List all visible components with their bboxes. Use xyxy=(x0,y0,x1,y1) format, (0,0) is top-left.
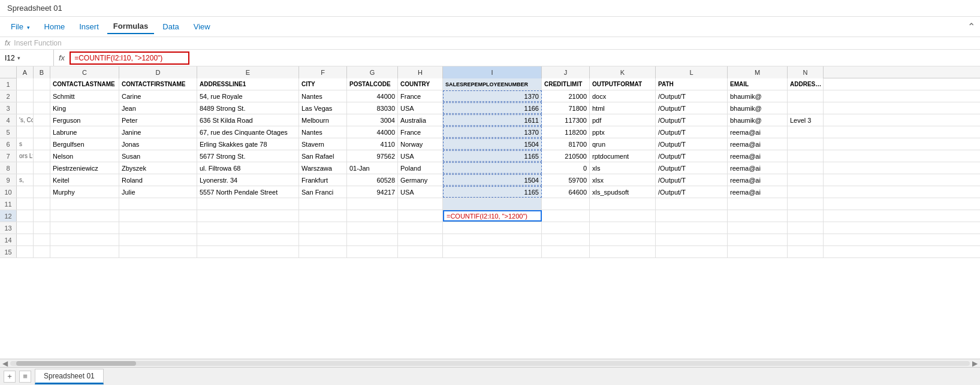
cell-j12[interactable] xyxy=(542,210,590,222)
cell-n5[interactable] xyxy=(788,126,824,138)
cell-l3[interactable]: /Output/T xyxy=(656,102,728,114)
cell-f15[interactable] xyxy=(299,246,347,257)
cell-a15[interactable] xyxy=(17,246,34,257)
cell-g14[interactable] xyxy=(347,234,398,245)
cell-m4[interactable]: bhaumik@ xyxy=(728,114,788,126)
cell-d6[interactable]: Jonas xyxy=(119,138,197,150)
cell-e6[interactable]: Erling Skakkes gate 78 xyxy=(197,138,299,150)
cell-k3[interactable]: html xyxy=(590,102,656,114)
cell-a8[interactable] xyxy=(17,162,34,174)
cell-f8[interactable]: Warszawa xyxy=(299,162,347,174)
cell-d12[interactable] xyxy=(119,210,197,222)
cell-c6[interactable]: Bergulfsen xyxy=(50,138,119,150)
col-header-a[interactable]: A xyxy=(17,66,34,78)
cell-j11[interactable] xyxy=(542,198,590,210)
cell-m6[interactable]: reema@ai xyxy=(728,138,788,150)
cell-f4[interactable]: Melbourn xyxy=(299,114,347,126)
cell-j1[interactable]: CREDITLIMIT xyxy=(542,78,590,90)
cell-h13[interactable] xyxy=(398,222,443,234)
cell-k4[interactable]: pdf xyxy=(590,114,656,126)
cell-c14[interactable] xyxy=(50,234,119,245)
cell-j7[interactable]: 210500 xyxy=(542,150,590,162)
cell-a3[interactable] xyxy=(17,102,34,114)
cell-l13[interactable] xyxy=(656,222,728,234)
cell-b7[interactable] xyxy=(34,150,50,162)
col-header-k[interactable]: K xyxy=(590,66,656,78)
cell-n13[interactable] xyxy=(788,222,824,234)
cell-a5[interactable] xyxy=(17,126,34,138)
cell-i7[interactable]: 1165 xyxy=(443,150,542,162)
cell-k7[interactable]: rptdocument xyxy=(590,150,656,162)
cell-e8[interactable]: ul. Filtrowa 68 xyxy=(197,162,299,174)
cell-c7[interactable]: Nelson xyxy=(50,150,119,162)
cell-a12[interactable] xyxy=(17,210,34,222)
cell-k1[interactable]: OUTPUTFORMAT xyxy=(590,78,656,90)
cell-b5[interactable] xyxy=(34,126,50,138)
cell-j15[interactable] xyxy=(542,246,590,257)
cell-d8[interactable]: Zbyszek xyxy=(119,162,197,174)
sheet-menu-button[interactable]: ≡ xyxy=(19,371,31,383)
cell-m11[interactable] xyxy=(728,198,788,210)
cell-e9[interactable]: Lyonerstr. 34 xyxy=(197,174,299,186)
cell-h6[interactable]: Norway xyxy=(398,138,443,150)
scroll-track[interactable] xyxy=(10,361,970,366)
cell-l6[interactable]: /Output/T xyxy=(656,138,728,150)
cell-n7[interactable] xyxy=(788,150,824,162)
cell-a4[interactable]: 's, Co. xyxy=(17,114,34,126)
cell-c1[interactable]: CONTACTLASTNAME xyxy=(50,78,119,90)
menu-view[interactable]: View xyxy=(188,20,216,34)
cell-h2[interactable]: France xyxy=(398,90,443,102)
cell-b14[interactable] xyxy=(34,234,50,245)
cell-e14[interactable] xyxy=(197,234,299,245)
cell-f12[interactable] xyxy=(299,210,347,222)
cell-m3[interactable]: bhaumik@ xyxy=(728,102,788,114)
insert-function-text[interactable]: Insert Function xyxy=(14,39,61,47)
scroll-left-icon[interactable]: ◀ xyxy=(2,359,8,368)
cell-k14[interactable] xyxy=(590,234,656,245)
cell-m5[interactable]: reema@ai xyxy=(728,126,788,138)
cell-l9[interactable]: /Output/T xyxy=(656,174,728,186)
cell-f3[interactable]: Las Vegas xyxy=(299,102,347,114)
cell-i11[interactable] xyxy=(443,198,542,210)
cell-l8[interactable]: /Output/T xyxy=(656,162,728,174)
cell-b3[interactable] xyxy=(34,102,50,114)
menu-home[interactable]: Home xyxy=(38,20,71,34)
cell-k13[interactable] xyxy=(590,222,656,234)
cell-k15[interactable] xyxy=(590,246,656,257)
cell-j10[interactable]: 64600 xyxy=(542,186,590,198)
cell-g6[interactable]: 4110 xyxy=(347,138,398,150)
cell-j9[interactable]: 59700 xyxy=(542,174,590,186)
cell-n12[interactable] xyxy=(788,210,824,222)
cell-c11[interactable] xyxy=(50,198,119,210)
cell-g4[interactable]: 3004 xyxy=(347,114,398,126)
cell-n6[interactable] xyxy=(788,138,824,150)
cell-g7[interactable]: 97562 xyxy=(347,150,398,162)
cell-g10[interactable]: 94217 xyxy=(347,186,398,198)
cell-h9[interactable]: Germany xyxy=(398,174,443,186)
cell-i15[interactable] xyxy=(443,246,542,257)
cell-b6[interactable] xyxy=(34,138,50,150)
cell-f7[interactable]: San Rafael xyxy=(299,150,347,162)
cell-b12[interactable] xyxy=(34,210,50,222)
cell-a13[interactable] xyxy=(17,222,34,234)
cell-i2[interactable]: 1370 xyxy=(443,90,542,102)
cell-g5[interactable]: 44000 xyxy=(347,126,398,138)
cell-n3[interactable] xyxy=(788,102,824,114)
add-sheet-button[interactable]: + xyxy=(4,371,16,383)
cell-l11[interactable] xyxy=(656,198,728,210)
cell-k10[interactable]: xls_spudsoft xyxy=(590,186,656,198)
formula-input[interactable]: =COUNTIF(I2:I10, ">1200") xyxy=(70,51,189,65)
cell-f14[interactable] xyxy=(299,234,347,245)
col-header-c[interactable]: C xyxy=(50,66,119,78)
cell-c3[interactable]: King xyxy=(50,102,119,114)
cell-i14[interactable] xyxy=(443,234,542,245)
scroll-right-icon[interactable]: ▶ xyxy=(972,359,978,368)
cell-f13[interactable] xyxy=(299,222,347,234)
cell-c12[interactable] xyxy=(50,210,119,222)
cell-n10[interactable] xyxy=(788,186,824,198)
cell-m9[interactable]: reema@ai xyxy=(728,174,788,186)
cell-m1[interactable]: EMAIL xyxy=(728,78,788,90)
scroll-thumb[interactable] xyxy=(16,361,136,366)
cell-a14[interactable] xyxy=(17,234,34,245)
cell-f1[interactable]: CITY xyxy=(299,78,347,90)
